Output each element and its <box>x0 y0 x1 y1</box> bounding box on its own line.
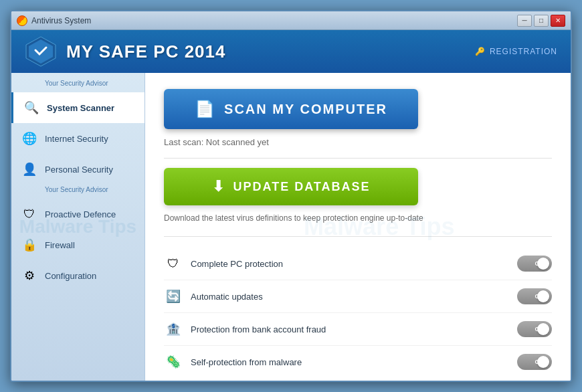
titlebar-title: Antivirus System <box>31 16 517 25</box>
titlebar: Antivirus System ─ □ ✕ <box>11 11 571 30</box>
self-protection-label: Self-protection from malware <box>191 357 517 367</box>
update-button-icon: ⬇ <box>212 178 225 195</box>
sidebar-item-firewall[interactable]: 🔒 Firewall <box>11 229 144 260</box>
sidebar-item-personal-security[interactable]: 👤 Personal Security <box>11 154 144 185</box>
last-scan-text: Last scan: Not scanned yet <box>164 137 552 147</box>
scan-button[interactable]: 📄 SCAN MY COMPUTER <box>164 89 418 129</box>
toggle-knob-4 <box>537 356 549 368</box>
sidebar-label-internet-security: Internet Security <box>45 134 108 144</box>
app-header: MY SAFE PC 2014 🔑 REGISTRATION <box>11 30 571 73</box>
sidebar: Malware Tips Your Security Advisor 🔍 Sys… <box>11 73 145 381</box>
system-scanner-icon: 🔍 <box>23 99 40 116</box>
sidebar-label-firewall: Firewall <box>45 240 75 250</box>
sidebar-label-configuration: Configuration <box>45 271 96 281</box>
auto-updates-label: Automatic updates <box>191 292 517 302</box>
update-button[interactable]: ⬇ UPDATE DATABASE <box>164 168 418 205</box>
sidebar-label-personal-security: Personal Security <box>45 165 113 175</box>
bank-fraud-label: Protection from bank account fraud <box>191 324 517 334</box>
app-logo-icon <box>25 35 57 68</box>
sidebar-label-proactive-defence: Proactive Defence <box>45 209 116 219</box>
complete-pc-toggle[interactable] <box>517 256 552 272</box>
toggle-knob-2 <box>537 290 549 302</box>
close-button[interactable]: ✕ <box>551 15 565 27</box>
protection-item-auto-updates: 🔄 Automatic updates <box>164 280 552 313</box>
update-button-label: UPDATE DATABASE <box>233 180 371 194</box>
titlebar-buttons: ─ □ ✕ <box>517 15 565 27</box>
sidebar-label-system-scanner: System Scanner <box>47 103 114 113</box>
divider-2 <box>164 236 552 237</box>
toggle-knob-3 <box>537 323 549 335</box>
sidebar-item-internet-security[interactable]: 🌐 Internet Security <box>11 123 144 154</box>
auto-updates-icon: 🔄 <box>164 287 183 306</box>
right-panel: Malware Tips 📄 SCAN MY COMPUTER Last sca… <box>145 73 571 381</box>
sidebar-item-system-scanner[interactable]: 🔍 System Scanner <box>11 92 144 123</box>
configuration-icon: ⚙ <box>21 267 38 284</box>
divider-1 <box>164 158 552 159</box>
protection-item-self-protection: 🦠 Self-protection from malware <box>164 346 552 378</box>
update-description: Download the latest virus definitions to… <box>164 213 552 223</box>
sidebar-item-configuration[interactable]: ⚙ Configuration <box>11 260 144 291</box>
toggle-knob <box>537 258 549 270</box>
minimize-button[interactable]: ─ <box>517 15 532 27</box>
scan-button-icon: 📄 <box>195 100 216 118</box>
personal-security-icon: 👤 <box>21 161 38 178</box>
sidebar-advisor-mid: Your Security Advisor <box>11 185 144 199</box>
bank-fraud-icon: 🏦 <box>164 320 183 338</box>
scan-button-label: SCAN MY COMPUTER <box>224 102 387 117</box>
protection-item-complete-pc: 🛡 Complete PC protection <box>164 248 552 280</box>
self-protection-toggle[interactable] <box>517 354 552 370</box>
main-content: Malware Tips Your Security Advisor 🔍 Sys… <box>11 73 571 381</box>
internet-security-icon: 🌐 <box>21 130 38 147</box>
registration-button[interactable]: 🔑 REGISTRATION <box>475 47 557 56</box>
sidebar-advisor-top: Your Security Advisor <box>11 78 144 92</box>
complete-pc-icon: 🛡 <box>164 254 183 273</box>
titlebar-icon <box>17 15 27 26</box>
main-window: Antivirus System ─ □ ✕ MY SAFE PC 2014 🔑… <box>10 10 572 382</box>
auto-updates-toggle[interactable] <box>517 288 552 304</box>
complete-pc-label: Complete PC protection <box>191 259 517 269</box>
self-protection-icon: 🦠 <box>164 353 183 371</box>
app-title: MY SAFE PC 2014 <box>66 41 475 62</box>
protection-item-bank-fraud: 🏦 Protection from bank account fraud <box>164 313 552 346</box>
firewall-icon: 🔒 <box>21 236 38 254</box>
maximize-button[interactable]: □ <box>534 15 549 27</box>
bank-fraud-toggle[interactable] <box>517 321 552 337</box>
registration-label: REGISTRATION <box>490 47 557 56</box>
registration-icon: 🔑 <box>475 47 486 56</box>
proactive-defence-icon: 🛡 <box>21 205 38 223</box>
sidebar-item-proactive-defence[interactable]: 🛡 Proactive Defence <box>11 199 144 229</box>
